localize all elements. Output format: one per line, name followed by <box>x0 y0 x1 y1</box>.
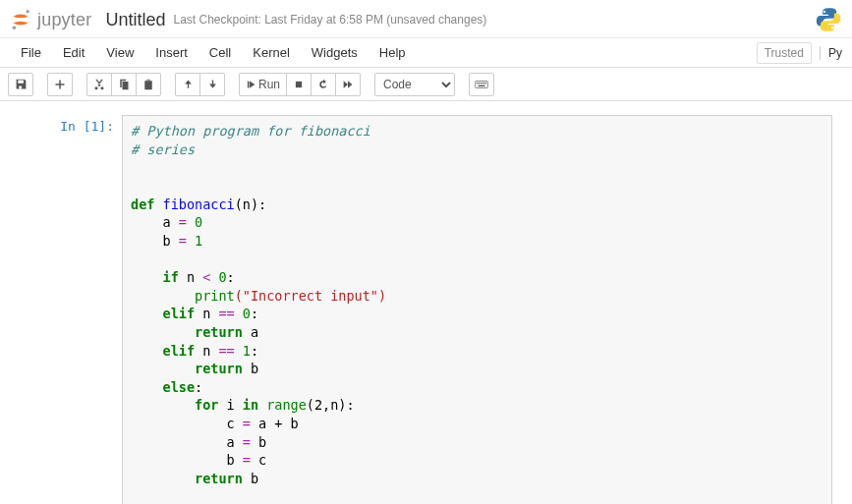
restart-run-all-button[interactable] <box>335 73 361 96</box>
cell-type-select[interactable]: Code <box>374 73 455 96</box>
notebook-container: In [1]: # Python program for fibonacci #… <box>0 101 852 504</box>
cut-button[interactable] <box>86 73 112 96</box>
cut-icon <box>93 79 105 90</box>
jupyter-icon <box>10 9 31 30</box>
arrow-down-icon <box>207 79 218 89</box>
svg-rect-6 <box>477 82 478 83</box>
svg-rect-5 <box>476 81 488 87</box>
command-palette-button[interactable] <box>469 73 494 96</box>
svg-point-1 <box>13 26 17 29</box>
svg-point-3 <box>831 27 833 28</box>
fast-forward-icon <box>342 80 354 89</box>
interrupt-button[interactable] <box>286 73 312 96</box>
svg-rect-9 <box>483 82 483 83</box>
paste-icon <box>142 79 154 90</box>
brand-text: jupyter <box>37 10 91 30</box>
code-cell[interactable]: In [1]: # Python program for fibonacci #… <box>49 115 832 504</box>
code-input[interactable]: # Python program for fibonacci # series … <box>122 115 832 504</box>
menu-help[interactable]: Help <box>369 39 417 66</box>
svg-point-0 <box>27 10 29 13</box>
trusted-indicator[interactable]: Trusted <box>757 42 812 64</box>
menu-file[interactable]: File <box>10 39 52 66</box>
notebook-title[interactable]: Untitled <box>105 10 165 30</box>
input-prompt: In [1]: <box>49 115 122 504</box>
run-button[interactable]: Run <box>239 73 287 96</box>
add-cell-button[interactable] <box>47 73 73 96</box>
copy-icon <box>118 79 130 90</box>
jupyter-logo[interactable]: jupyter <box>10 9 91 30</box>
svg-rect-8 <box>481 82 482 83</box>
svg-point-2 <box>824 11 825 13</box>
run-icon <box>246 80 256 89</box>
restart-icon <box>317 79 329 90</box>
paste-button[interactable] <box>136 73 161 96</box>
kernel-name[interactable]: Py <box>820 46 842 60</box>
svg-rect-4 <box>296 81 302 86</box>
plus-icon <box>54 79 66 90</box>
python-logo-icon <box>815 6 842 33</box>
menu-kernel[interactable]: Kernel <box>242 39 301 66</box>
svg-rect-10 <box>485 82 486 83</box>
copy-button[interactable] <box>111 73 137 96</box>
arrow-up-icon <box>183 79 194 89</box>
menu-insert[interactable]: Insert <box>144 39 199 66</box>
move-down-button[interactable] <box>199 73 225 96</box>
save-icon <box>15 78 28 90</box>
stop-icon <box>294 80 304 89</box>
svg-rect-11 <box>479 84 485 85</box>
menu-view[interactable]: View <box>95 39 144 66</box>
keyboard-icon <box>475 80 488 89</box>
menu-edit[interactable]: Edit <box>52 39 95 66</box>
checkpoint-text: Last Checkpoint: Last Friday at 6:58 PM … <box>173 13 486 27</box>
run-label: Run <box>258 78 280 91</box>
save-button[interactable] <box>8 73 33 96</box>
toolbar: Run Code <box>0 68 852 101</box>
menu-cell[interactable]: Cell <box>199 39 242 66</box>
header-bar: jupyter Untitled Last Checkpoint: Last F… <box>0 0 852 38</box>
menu-widgets[interactable]: Widgets <box>301 39 369 66</box>
svg-rect-7 <box>479 82 480 83</box>
restart-button[interactable] <box>311 73 336 96</box>
menu-bar: File Edit View Insert Cell Kernel Widget… <box>0 38 852 68</box>
move-up-button[interactable] <box>175 73 200 96</box>
